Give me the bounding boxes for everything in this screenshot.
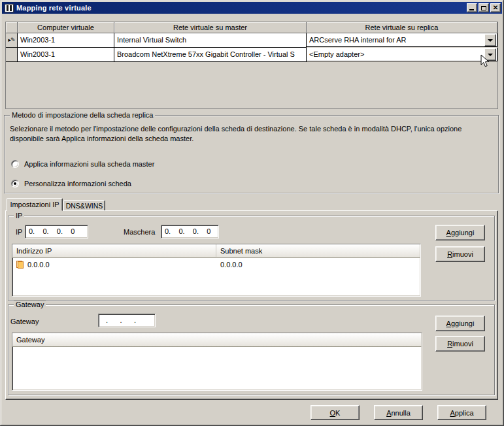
maximize-button[interactable] — [479, 3, 489, 12]
replica-combo[interactable]: <Empty adapter> — [307, 48, 497, 61]
ip-field-label: IP — [16, 228, 22, 237]
cell-master[interactable]: Broadcom NetXtreme 57xx Gigabit Controll… — [114, 48, 307, 62]
gateway-add-label: Aggiungi — [446, 320, 475, 327]
gateway-list-header-gateway[interactable]: Gateway — [12, 333, 422, 347]
method-group-title: Metodo di impostazione della scheda repl… — [10, 111, 155, 120]
title-bar: Mapping rete virtuale ✕ — [2, 2, 502, 14]
tab-impostazioni-ip[interactable]: Impostazioni IP — [7, 198, 63, 211]
mouse-cursor-icon — [480, 54, 490, 68]
replica-combo-value: ARCserve RHA internal for AR — [307, 33, 484, 46]
cell-computer[interactable]: Win2003-1 — [18, 33, 114, 48]
ip-add-label: Aggiungi — [446, 229, 475, 237]
gateway-list: Gateway — [12, 333, 422, 391]
window-title: Mapping rete virtuale — [16, 4, 465, 12]
replica-combo-value: <Empty adapter> — [307, 48, 484, 61]
cancel-button[interactable]: Annulla — [374, 405, 423, 420]
row-selector[interactable] — [6, 48, 18, 62]
cell-computer[interactable]: Win2003-1 — [18, 48, 114, 62]
ip-list: Indirizzo IP Subnet mask 0.0.0.0 0.0.0.0 — [12, 244, 421, 297]
radio-selected-icon — [11, 180, 19, 188]
cancel-label: Annulla — [386, 409, 411, 417]
ip-list-header: Indirizzo IP Subnet mask — [12, 244, 420, 258]
grid-header-computer[interactable]: Computer virtuale — [18, 22, 114, 33]
network-mapping-grid: Computer virtuale Rete virtuale su maste… — [5, 22, 498, 109]
gateway-remove-button[interactable]: Rimuovi — [435, 336, 485, 352]
grid-header-replica[interactable]: Rete virtuale su replica — [307, 22, 497, 33]
table-row: Win2003-1 Broadcom NetXtreme 57xx Gigabi… — [6, 48, 497, 62]
ip-entry-icon — [16, 261, 25, 269]
grid-header-master[interactable]: Rete virtuale su master — [114, 22, 307, 33]
cell-master[interactable]: Internal Virtual Switch — [114, 33, 307, 48]
gateway-group-title: Gateway — [14, 301, 46, 309]
dialog-mapping-rete-virtuale: Mapping rete virtuale ✕ Computer virtual… — [0, 0, 504, 426]
ip-list-header-address[interactable]: Indirizzo IP — [12, 244, 216, 258]
radio-customize-info[interactable]: Personalizza informazioni scheda — [11, 180, 131, 188]
apply-button[interactable]: Applica — [437, 405, 486, 420]
ip-remove-label: Rimuovi — [447, 250, 473, 258]
method-groupbox: Metodo di impostazione della scheda repl… — [4, 115, 499, 193]
minimize-icon — [469, 9, 474, 10]
gateway-field-label: Gateway — [10, 318, 39, 326]
close-button[interactable]: ✕ — [490, 3, 501, 12]
radio-label: Applica informazioni sulla scheda master — [24, 160, 154, 168]
maximize-icon — [481, 6, 486, 10]
table-row: ▸✎ Win2003-1 Internal Virtual Switch ARC… — [6, 33, 497, 48]
ip-address-value: 0.0.0.0 — [27, 259, 50, 271]
app-icon — [5, 4, 14, 12]
ok-label: OK — [330, 409, 341, 417]
chevron-down-icon — [488, 39, 493, 42]
grid-header-row: Computer virtuale Rete virtuale su maste… — [6, 22, 497, 33]
tab-dns-wins[interactable]: DNS&WINS — [63, 200, 105, 211]
gateway-add-button[interactable]: Aggiungi — [435, 316, 485, 331]
radio-label: Personalizza informazioni scheda — [24, 180, 131, 188]
apply-label: Applica — [450, 409, 473, 417]
mask-input[interactable]: 0. 0. 0. 0 — [161, 225, 219, 238]
gateway-remove-label: Rimuovi — [447, 340, 473, 348]
replica-dropdown-button[interactable] — [484, 34, 496, 46]
ip-list-header-mask[interactable]: Subnet mask — [216, 244, 420, 258]
radio-icon — [11, 160, 19, 168]
radio-apply-master-info[interactable]: Applica informazioni sulla scheda master — [11, 160, 154, 168]
ip-group-title: IP — [14, 212, 24, 220]
close-icon: ✕ — [493, 5, 498, 11]
gateway-input[interactable]: . . . — [98, 314, 156, 327]
edit-pencil-icon: ▸✎ — [8, 37, 14, 43]
row-edit-indicator: ▸✎ — [6, 33, 18, 48]
ip-input[interactable]: 0. 0. 0. 0 — [25, 225, 88, 238]
list-item[interactable]: 0.0.0.0 0.0.0.0 — [12, 258, 420, 271]
gateway-list-header: Gateway — [12, 333, 422, 347]
method-description: Selezionare il metodo per l'impostazione… — [10, 124, 495, 144]
grid-header-selector — [6, 22, 18, 33]
ip-list-cell-mask: 0.0.0.0 — [216, 259, 420, 271]
mask-field-label: Maschera — [124, 228, 155, 237]
ip-remove-button[interactable]: Rimuovi — [435, 246, 485, 262]
ok-button[interactable]: OK — [311, 405, 360, 420]
replica-combo[interactable]: ARCserve RHA internal for AR — [307, 33, 497, 47]
minimize-button[interactable] — [467, 3, 477, 12]
ip-list-cell-address: 0.0.0.0 — [12, 259, 216, 271]
ip-add-button[interactable]: Aggiungi — [435, 225, 485, 240]
